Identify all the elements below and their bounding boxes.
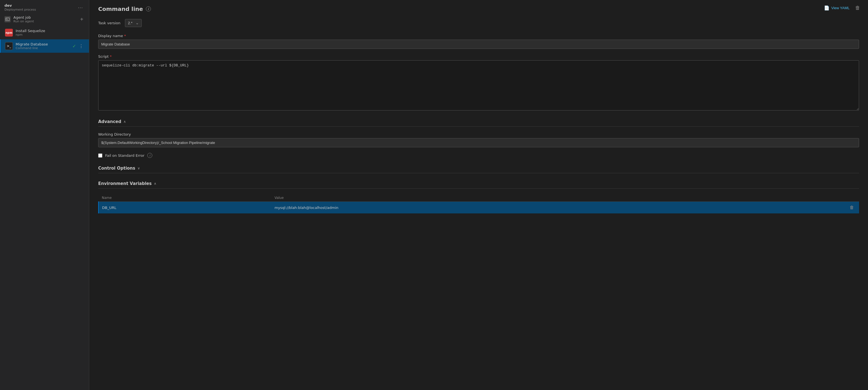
fail-on-stderr-checkbox[interactable] xyxy=(98,153,102,158)
right-panel: 📄 View YAML 🗑 Command line i Task versio… xyxy=(89,0,868,390)
env-name-header: Name xyxy=(98,194,271,202)
control-options-label: Control Options xyxy=(98,166,135,171)
agent-job-sublabel: Run on agent xyxy=(13,20,34,23)
task-version-label: Task version xyxy=(98,21,121,25)
yaml-icon: 📄 xyxy=(824,5,830,10)
left-header-info: dev Deployment process xyxy=(4,3,36,11)
script-required: * xyxy=(110,54,112,59)
script-label-row: Script * xyxy=(98,54,859,59)
agent-job-label: Agent job xyxy=(13,16,34,20)
task-version-select-wrap: 2.* xyxy=(125,19,142,27)
svg-rect-2 xyxy=(6,19,8,20)
left-header: dev Deployment process ⋯ xyxy=(0,0,89,12)
env-table-row[interactable]: DB_URL mysql://blah:blah@localhost/admin… xyxy=(98,202,859,214)
env-delete-button[interactable]: 🗑 xyxy=(848,205,856,211)
control-options-chevron-icon: ∨ xyxy=(137,166,140,170)
env-vars-toggle[interactable]: Environment Variables ∧ xyxy=(98,179,859,188)
env-vars-label: Environment Variables xyxy=(98,181,152,186)
script-textarea[interactable]: sequelize-cli db:migrate --url ${DB_URL} xyxy=(98,60,859,111)
display-name-label-row: Display name * xyxy=(98,34,859,38)
script-row: Script * sequelize-cli db:migrate --url … xyxy=(98,54,859,111)
npm-icon: npm xyxy=(5,29,13,36)
agent-job-text: Agent job Run on agent xyxy=(13,16,34,23)
working-dir-row: Working Directory xyxy=(98,132,859,147)
add-task-button[interactable]: + xyxy=(79,16,85,23)
task-sublabel-install-sequelize: npm xyxy=(16,33,85,36)
fail-on-stderr-row: Fail on Standard Error i xyxy=(98,153,859,158)
fail-on-stderr-label: Fail on Standard Error xyxy=(105,153,145,158)
top-bar: 📄 View YAML 🗑 xyxy=(824,4,861,11)
task-sublabel-migrate-database: Command line xyxy=(16,46,70,50)
env-value-header: Value xyxy=(271,194,844,202)
agent-job-left: Agent job Run on agent xyxy=(4,16,34,23)
task-name-install-sequelize: Install Sequelize xyxy=(16,29,85,33)
working-dir-input[interactable] xyxy=(98,138,859,147)
fail-on-stderr-info-icon[interactable]: i xyxy=(147,153,152,158)
env-table-header: Name Value xyxy=(98,194,859,202)
title-info-icon[interactable]: i xyxy=(146,6,151,11)
svg-rect-1 xyxy=(6,19,7,19)
task-more-button-migrate[interactable]: ⋮ xyxy=(78,43,85,49)
task-item-migrate-database[interactable]: >_ Migrate Database Command line ✓ ⋮ xyxy=(0,39,89,53)
display-name-input[interactable] xyxy=(98,40,859,49)
env-delete-cell: 🗑 xyxy=(844,202,859,214)
env-value-cell: mysql://blah:blah@localhost/admin xyxy=(271,202,844,214)
cmd-icon: >_ xyxy=(5,42,13,50)
pipeline-more-button[interactable]: ⋯ xyxy=(76,4,85,11)
advanced-chevron-icon: ∧ xyxy=(124,120,126,124)
working-dir-label: Working Directory xyxy=(98,132,131,137)
advanced-toggle[interactable]: Advanced ∧ xyxy=(98,117,859,127)
display-name-required: * xyxy=(124,34,126,38)
pipeline-name: dev xyxy=(4,3,36,7)
display-name-row: Display name * xyxy=(98,34,859,49)
panel-title-row: Command line i xyxy=(98,6,859,12)
task-item-install-sequelize[interactable]: npm Install Sequelize npm xyxy=(0,26,89,39)
advanced-label: Advanced xyxy=(98,119,121,124)
delete-task-button[interactable]: 🗑 xyxy=(854,4,861,11)
task-actions-migrate: ✓ ⋮ xyxy=(72,43,85,49)
pipeline-subtitle: Deployment process xyxy=(4,8,36,11)
display-name-label: Display name xyxy=(98,34,123,38)
task-version-select[interactable]: 2.* xyxy=(125,19,142,27)
env-name-cell: DB_URL xyxy=(98,202,271,214)
script-label: Script xyxy=(98,54,109,59)
env-vars-chevron-icon: ∧ xyxy=(154,182,156,185)
task-version-row: Task version 2.* xyxy=(98,19,859,27)
task-check-icon: ✓ xyxy=(72,43,76,49)
working-dir-label-row: Working Directory xyxy=(98,132,859,137)
task-text-migrate-database: Migrate Database Command line xyxy=(16,42,70,50)
panel-title-text: Command line xyxy=(98,6,143,12)
view-yaml-button[interactable]: 📄 View YAML xyxy=(824,5,849,10)
env-table: Name Value DB_URL mysql://blah:blah@loca… xyxy=(98,194,859,213)
left-panel: dev Deployment process ⋯ Agent job Run o… xyxy=(0,0,89,390)
task-text-install-sequelize: Install Sequelize npm xyxy=(16,29,85,36)
agent-job-row: Agent job Run on agent + xyxy=(0,12,89,26)
task-name-migrate-database: Migrate Database xyxy=(16,42,70,46)
control-options-toggle[interactable]: Control Options ∨ xyxy=(98,163,859,173)
agent-job-icon xyxy=(4,16,10,22)
